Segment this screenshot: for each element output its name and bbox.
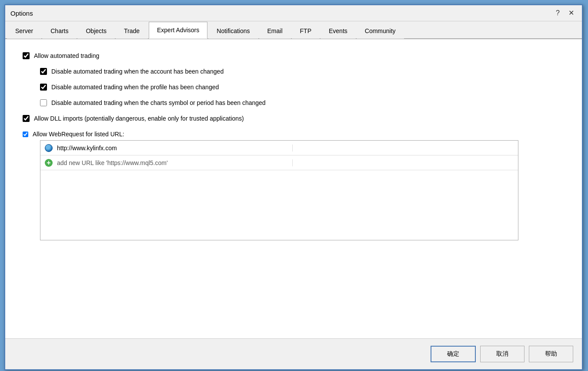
title-bar-controls: ? ✕ [553,9,577,17]
close-button[interactable]: ✕ [566,9,577,17]
help-button[interactable]: ? [553,9,562,17]
footer: 确定 取消 帮助 [5,338,582,369]
tab-ftp[interactable]: FTP [292,23,320,39]
globe-icon-container [40,144,53,152]
url-empty-area [40,170,518,240]
disable-profile-changed-checkbox[interactable] [40,84,47,91]
plus-icon: + [45,159,53,167]
disable-symbol-changed-label[interactable]: Disable automated trading when the chart… [51,99,266,106]
disable-symbol-changed-row: Disable automated trading when the chart… [23,99,565,106]
disable-account-changed-row: Disable automated trading when the accou… [23,68,565,75]
help-footer-button[interactable]: 帮助 [529,346,573,362]
tab-email[interactable]: Email [259,23,291,39]
allow-dll-imports-label[interactable]: Allow DLL imports (potentially dangerous… [34,115,244,122]
confirm-button[interactable]: 确定 [431,346,476,362]
allow-webrequest-checkbox[interactable] [23,132,28,137]
allow-automated-trading-checkbox[interactable] [23,52,30,59]
url-existing-row[interactable]: http://www.kylinfx.com [40,141,518,155]
allow-automated-trading-label[interactable]: Allow automated trading [34,52,99,59]
tab-community[interactable]: Community [357,23,404,39]
tab-trade[interactable]: Trade [116,23,148,39]
webrequest-section: Allow WebRequest for listed URL: http://… [23,131,565,240]
disable-profile-changed-row: Disable automated trading when the profi… [23,84,565,91]
disable-account-changed-label[interactable]: Disable automated trading when the accou… [51,68,224,75]
tabs-bar: Server Charts Objects Trade Expert Advis… [5,21,582,39]
disable-profile-changed-label[interactable]: Disable automated trading when the profi… [51,84,219,91]
tab-charts[interactable]: Charts [42,23,77,39]
disable-account-changed-checkbox[interactable] [40,68,47,75]
tab-objects[interactable]: Objects [77,23,114,39]
allow-webrequest-row: Allow WebRequest for listed URL: [23,131,565,138]
window-title: Options [10,10,33,17]
cancel-button[interactable]: 取消 [480,346,525,362]
url-list-container: http://www.kylinfx.com + add new URL lik… [40,140,518,240]
add-new-url-text[interactable]: add new URL like 'https://www.mql5.com' [53,159,293,166]
tab-server[interactable]: Server [7,23,41,39]
tab-expert-advisors[interactable]: Expert Advisors [149,22,207,39]
existing-url-text[interactable]: http://www.kylinfx.com [53,145,293,152]
tab-events[interactable]: Events [321,23,356,39]
url-add-new-row[interactable]: + add new URL like 'https://www.mql5.com… [40,155,518,170]
title-bar: Options ? ✕ [5,5,582,21]
allow-webrequest-label[interactable]: Allow WebRequest for listed URL: [33,131,124,138]
allow-dll-imports-checkbox[interactable] [23,115,30,122]
options-dialog: Options ? ✕ Server Charts Objects Trade … [4,4,583,370]
allow-automated-trading-row: Allow automated trading [23,52,565,59]
content-area: Allow automated trading Disable automate… [5,39,582,338]
tab-notifications[interactable]: Notifications [208,23,258,39]
plus-icon-container: + [40,159,53,167]
globe-icon [45,144,53,152]
disable-symbol-changed-checkbox[interactable] [40,99,47,106]
allow-dll-imports-row: Allow DLL imports (potentially dangerous… [23,115,565,122]
